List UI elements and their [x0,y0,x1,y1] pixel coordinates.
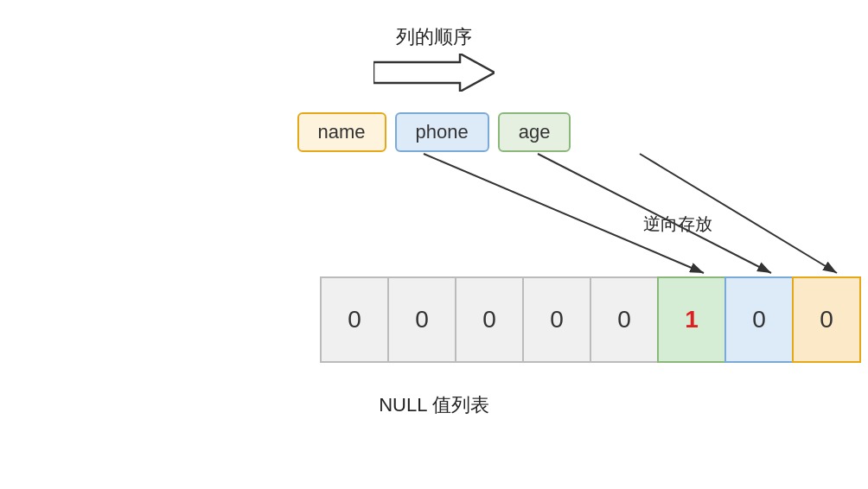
null-list-label: NULL 值列表 [379,392,489,418]
cell-2: 0 [455,276,524,363]
cell-1: 0 [387,276,456,363]
col-age-box: age [498,112,571,152]
col-name-label: name [318,121,366,143]
null-bitmap-array: 0 0 0 0 0 1 0 0 [322,276,861,363]
cell-3: 0 [522,276,591,363]
col-name-box: name [297,112,386,152]
main-container: 列的顺序 name phone age 逆向存放 [0,0,868,489]
col-phone-box: phone [395,112,489,152]
reverse-label: 逆向存放 [643,213,712,236]
col-age-label: age [519,121,551,143]
cell-6: 0 [724,276,794,363]
direction-arrow [373,54,495,92]
column-order-label: 列的顺序 [396,24,472,50]
cell-4: 0 [590,276,659,363]
column-labels: name phone age [297,112,571,152]
arrow-section: 列的顺序 [373,24,495,92]
cell-0: 0 [320,276,389,363]
svg-marker-0 [373,54,495,92]
cell-7: 0 [792,276,861,363]
col-phone-label: phone [416,121,469,143]
cell-5: 1 [657,276,726,363]
